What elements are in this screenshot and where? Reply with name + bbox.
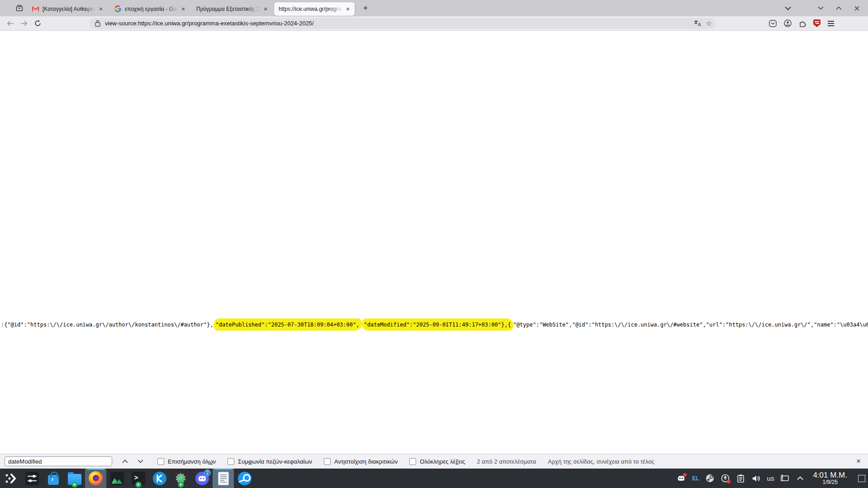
taskbar-icon-settings-sliders[interactable] bbox=[21, 469, 43, 488]
tab-close-icon[interactable]: × bbox=[261, 5, 270, 13]
svg-text:A: A bbox=[698, 22, 701, 27]
tray-keyboard-layout-el[interactable]: EL bbox=[692, 475, 699, 482]
discord-notification-badge: 2 bbox=[204, 469, 211, 476]
toolbar-right-icons bbox=[769, 19, 834, 27]
checkbox-whole-words[interactable]: Ολόκληρες λέξεις bbox=[409, 458, 465, 465]
new-instance-badge: + bbox=[71, 482, 77, 488]
firefox-view-icon[interactable] bbox=[12, 1, 27, 15]
url-text[interactable]: view-source:https://ice.uniwa.gr/program… bbox=[105, 20, 694, 27]
back-button[interactable] bbox=[4, 18, 17, 29]
url-bar[interactable]: view-source:https://ice.uniwa.gr/program… bbox=[90, 18, 716, 29]
window-minimize-icon[interactable] bbox=[816, 3, 825, 13]
window-controls bbox=[816, 3, 862, 13]
tray-display-icon[interactable] bbox=[780, 474, 789, 483]
checkbox-label: Αντιστοίχιση διακριτικών bbox=[334, 458, 398, 465]
tab-label: Πρόγραμμα Εξεταστικής Σεπτε bbox=[196, 6, 261, 12]
checkbox-box[interactable] bbox=[409, 458, 416, 465]
highlight-datepublished: "datePublished":"2025-07-30T18:09:04+03:… bbox=[213, 318, 362, 331]
checkbox-box[interactable] bbox=[324, 458, 331, 465]
translate-icon[interactable]: A bbox=[694, 20, 702, 27]
browser-nav-toolbar: view-source:https://ice.uniwa.gr/program… bbox=[0, 16, 868, 31]
find-close-icon[interactable]: × bbox=[854, 456, 863, 466]
find-previous-icon[interactable] bbox=[119, 456, 130, 466]
urlbar-page-actions: A ☆ bbox=[694, 19, 712, 28]
forward-button[interactable] bbox=[17, 18, 31, 29]
taskbar-icon-image-viewer[interactable] bbox=[106, 469, 128, 488]
tab-google-search[interactable]: εποχική εργασία - Google S × bbox=[109, 2, 190, 16]
checkbox-match-case[interactable]: Συμφωνία πεζών-κεφαλαίων bbox=[228, 458, 312, 465]
peek-desktop-widget[interactable] bbox=[858, 475, 865, 482]
new-instance-badge: + bbox=[178, 482, 184, 488]
tab-label: [Καταγγελία] Αυθαιρεσία π bbox=[43, 6, 97, 12]
account-icon[interactable] bbox=[784, 19, 792, 27]
taskbar-icon-steam[interactable] bbox=[234, 469, 255, 488]
window-maximize-icon[interactable] bbox=[834, 3, 844, 13]
clock-time: 4:01 M.M. bbox=[813, 471, 847, 480]
taskbar: + > + ⚙ + 2 bbox=[0, 469, 868, 488]
find-results-count: 2 από 2 αποτελέσματα bbox=[477, 458, 536, 465]
taskbar-icon-konsole[interactable]: > + bbox=[128, 469, 149, 488]
checkbox-label: Επισήμανση όλων bbox=[168, 458, 216, 465]
checkbox-highlight-all[interactable]: Επισήμανση όλων bbox=[157, 458, 216, 465]
tray-discord-icon[interactable] bbox=[677, 474, 686, 483]
view-source-content: :{"@id":"https:\/\/ice.uniwa.gr\/author\… bbox=[0, 31, 868, 454]
tab-programma-exetastikis[interactable]: Πρόγραμμα Εξεταστικής Σεπτε × bbox=[192, 2, 272, 16]
tab-close-icon[interactable]: × bbox=[179, 5, 187, 13]
find-nav-buttons bbox=[119, 456, 146, 466]
taskbar-icon-dolphin-files[interactable]: + bbox=[64, 469, 85, 488]
checkbox-label: Ολόκληρες λέξεις bbox=[420, 458, 465, 465]
tab-close-icon[interactable]: × bbox=[344, 5, 352, 13]
clock-date: 1/9/25 bbox=[813, 479, 847, 485]
pocket-icon[interactable] bbox=[769, 20, 777, 27]
gmail-icon bbox=[32, 5, 39, 13]
taskbar-icon-blue-app[interactable] bbox=[149, 469, 170, 488]
find-next-icon[interactable] bbox=[135, 456, 146, 466]
tab-view-source-active[interactable]: https://ice.uniwa.gr/programm × bbox=[274, 2, 355, 16]
tray-expand-chevron-icon[interactable] bbox=[796, 474, 805, 483]
tray-clipboard-icon[interactable] bbox=[736, 474, 745, 483]
system-tray: EL us 4:01 M.M. 1/9/25 bbox=[677, 469, 868, 488]
source-code-line: :{"@id":"https:\/\/ice.uniwa.gr\/author\… bbox=[1, 320, 868, 329]
desktop: [Καταγγελία] Αυθαιρεσία π × εποχική εργα… bbox=[0, 0, 868, 488]
find-bar: Επισήμανση όλων Συμφωνία πεζών-κεφαλαίων… bbox=[0, 454, 868, 469]
tab-label: https://ice.uniwa.gr/programm bbox=[279, 6, 344, 12]
browser-tab-bar: [Καταγγελία] Αυθαιρεσία π × εποχική εργα… bbox=[0, 0, 868, 16]
google-icon bbox=[114, 5, 121, 13]
source-text: :{"@id":"https:\/\/ice.uniwa.gr\/author\… bbox=[1, 322, 213, 328]
tab-gmail[interactable]: [Καταγγελία] Αυθαιρεσία π × bbox=[27, 2, 108, 16]
tab-close-icon[interactable]: × bbox=[97, 5, 105, 13]
tray-clock[interactable]: 4:01 M.M. 1/9/25 bbox=[813, 471, 847, 486]
reload-button[interactable] bbox=[31, 18, 44, 29]
tray-updates-icon[interactable] bbox=[721, 474, 730, 483]
tab-label: εποχική εργασία - Google S bbox=[125, 6, 179, 12]
lock-icon[interactable] bbox=[95, 20, 100, 27]
checkbox-match-diacritics[interactable]: Αντιστοίχιση διακριτικών bbox=[324, 458, 398, 465]
taskbar-icon-text-document[interactable] bbox=[213, 469, 234, 488]
tray-volume-icon[interactable] bbox=[752, 474, 761, 483]
checkbox-box[interactable] bbox=[228, 458, 234, 465]
tray-steam-icon[interactable] bbox=[706, 474, 715, 483]
taskbar-icon-discover[interactable] bbox=[43, 469, 64, 488]
checkbox-box[interactable] bbox=[157, 458, 164, 465]
menu-hamburger-icon[interactable] bbox=[828, 21, 834, 26]
taskbar-launchers: + > + ⚙ + 2 bbox=[0, 469, 255, 488]
taskbar-icon-firefox[interactable] bbox=[85, 469, 106, 488]
new-instance-badge: + bbox=[135, 482, 141, 488]
highlight-datemodified: "dateModified":"2025-09-01T11:49:17+03:0… bbox=[362, 318, 513, 331]
taskbar-icon-app-launcher[interactable] bbox=[0, 469, 21, 488]
extensions-puzzle-icon[interactable] bbox=[799, 20, 806, 27]
tab-strip: [Καταγγελία] Αυθαιρεσία π × εποχική εργα… bbox=[27, 0, 356, 16]
taskbar-icon-system-settings[interactable]: ⚙ + bbox=[170, 469, 191, 488]
find-input[interactable] bbox=[5, 456, 112, 466]
taskbar-icon-discord[interactable]: 2 bbox=[191, 469, 213, 488]
window-close-icon[interactable] bbox=[852, 3, 862, 13]
bookmark-star-icon[interactable]: ☆ bbox=[706, 19, 712, 28]
source-text: "@type":"WebSite","@id":"https:\/\/ice.u… bbox=[513, 322, 868, 328]
tray-keyboard-layout-us[interactable]: us bbox=[767, 474, 774, 482]
new-tab-button[interactable]: + bbox=[359, 2, 372, 14]
find-wrapped-status: Αρχή της σελίδας, συνέχεια από το τέλος bbox=[548, 458, 654, 465]
ublock-origin-icon[interactable] bbox=[813, 19, 821, 27]
checkbox-label: Συμφωνία πεζών-κεφαλαίων bbox=[238, 458, 312, 465]
list-all-tabs-chevron-icon[interactable] bbox=[781, 2, 795, 14]
